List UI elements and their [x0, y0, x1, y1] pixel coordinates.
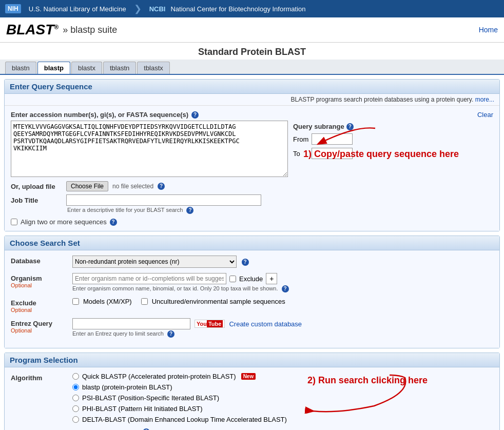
database-content: Non-redundant protein sequences (nr) ? [72, 256, 493, 268]
create-custom-db-link[interactable]: Create custom database [229, 320, 302, 328]
program-section: Program Selection Algorithm Quick BLASTP… [4, 353, 500, 430]
algo-blastp-label: blastp (protein-protein BLAST) [82, 383, 172, 391]
tab-blastx[interactable]: blastx [71, 62, 102, 74]
page-title: Standard Protein BLAST [0, 43, 504, 60]
nih-logo: NIH [5, 4, 21, 13]
algo-delta-blast-radio[interactable] [72, 416, 79, 423]
algorithm-container: Algorithm Quick BLASTP (Accelerated prot… [11, 373, 493, 430]
algorithm-label: Algorithm [11, 373, 72, 382]
align-label: Align two or more sequences [21, 218, 107, 226]
exclude-uncultured-label: Uncultured/environmental sample sequence… [152, 298, 285, 305]
organism-hint-icon[interactable]: ? [282, 285, 289, 292]
exclude-section-label: Exclude Optional [11, 298, 72, 313]
entrez-optional-label: Optional [11, 327, 72, 334]
algo-psi-blast-radio[interactable] [72, 395, 79, 401]
exclude-row: Exclude Optional Models (XM/XP) Uncultur… [11, 298, 493, 313]
search-set-section: Choose Search Set Database Non-redundant… [4, 236, 500, 348]
algorithm-options: Quick BLASTP (Accelerated protein-protei… [72, 373, 287, 430]
align-checkbox[interactable] [11, 219, 17, 225]
exclude-label: Exclude [239, 275, 263, 283]
organism-hint: Enter organism common name, binomial, or… [72, 285, 493, 292]
query-label: Enter accession number(s), gi(s), or FAS… [11, 111, 188, 119]
query-help-icon[interactable]: ? [191, 111, 199, 119]
blastp-info-text: BLASTP programs search protein databases… [291, 96, 474, 103]
algo-blastp-radio[interactable] [72, 384, 79, 390]
algo-phi-blast-label: PHI-BLAST (Pattern Hit Initiated BLAST) [82, 405, 203, 413]
divider-chevron: ❯ [134, 3, 142, 14]
job-title-input[interactable] [66, 194, 261, 206]
choose-file-button[interactable]: Choose File [66, 181, 108, 191]
exclude-content: Models (XM/XP) Uncultured/environmental … [72, 298, 493, 305]
database-row: Database Non-redundant protein sequences… [11, 256, 493, 268]
blast-suite-label: » blastp suite [63, 25, 117, 35]
upload-help-icon[interactable]: ? [158, 183, 165, 190]
algo-psi-blast: PSI-BLAST (Position-Specific Iterated BL… [72, 394, 287, 402]
exclude-plus-button[interactable]: + [266, 273, 277, 284]
search-set-body: Database Non-redundant protein sequences… [5, 250, 499, 348]
algo-delta-blast-label: DELTA-BLAST (Domain Enhanced Lookup Time… [82, 416, 287, 423]
job-title-help-icon[interactable]: ? [186, 207, 193, 214]
algo-psi-blast-label: PSI-BLAST (Position-Specific Iterated BL… [82, 394, 219, 402]
new-badge: New [241, 373, 256, 380]
youtube-you: You [197, 321, 207, 327]
exclude-optional-label: Optional [11, 307, 72, 313]
tabs-bar: blastn blastp blastx tblastn tblastx [0, 60, 504, 75]
run-search-note: 2) Run search clicking here [307, 375, 428, 386]
organism-label: Organism Optional [11, 273, 72, 288]
youtube-badge: YouTube [195, 320, 225, 328]
query-sequence-textarea[interactable]: MTEYKLVVVGAGGVGKSALTIQLIQNHFVDEYDPTIEDSY… [11, 121, 288, 177]
entrez-row: Entrez Query Optional YouTube Create cus… [11, 318, 493, 338]
brand-bar: BLAST® » blastp suite Home [0, 17, 504, 43]
copy-paste-note: 1) Copy/paste query sequence here [303, 149, 459, 159]
search-set-header: Choose Search Set [5, 236, 499, 250]
algo-delta-blast: DELTA-BLAST (Domain Enhanced Lookup Time… [72, 416, 287, 423]
tab-blastn[interactable]: blastn [5, 62, 36, 74]
youtube-tube: Tube [207, 320, 223, 327]
tab-tblastn[interactable]: tblastn [103, 62, 136, 74]
exclude-uncultured-checkbox[interactable] [141, 298, 148, 305]
no-file-text: no file selected [112, 183, 153, 190]
job-title-label: Job Title [11, 197, 62, 204]
program-section-header: Program Selection [5, 353, 499, 367]
entrez-input[interactable] [72, 318, 190, 329]
exclude-models-checkbox[interactable] [72, 298, 79, 305]
algo-quick-blastp-radio[interactable] [72, 373, 79, 380]
organism-row: Organism Optional Exclude + Enter organi… [11, 273, 493, 292]
algo-quick-blastp-label: Quick BLASTP (Accelerated protein-protei… [82, 373, 236, 380]
tab-blastp[interactable]: blastp [37, 62, 70, 74]
entrez-label: Entrez Query Optional [11, 318, 72, 334]
more-link[interactable]: more... [475, 96, 494, 103]
ncbi-full-text: National Center for Biotechnology Inform… [170, 5, 305, 13]
blast-logo: BLAST® [6, 22, 59, 38]
query-section-header: Enter Query Sequence [5, 80, 499, 94]
clear-link[interactable]: Clear [477, 111, 493, 119]
ncbi-label: NCBI [149, 5, 166, 13]
exclude-models-label: Models (XM/XP) [83, 298, 132, 305]
upload-row: Or, upload file Choose File no file sele… [11, 181, 493, 191]
organism-content: Exclude + Enter organism common name, bi… [72, 273, 493, 292]
database-label: Database [11, 256, 72, 265]
entrez-content: YouTube Create custom database Enter an … [72, 318, 493, 338]
algo-phi-blast: PHI-BLAST (Pattern Hit Initiated BLAST) [72, 405, 287, 413]
exclude-checkbox[interactable] [229, 276, 236, 282]
align-help-icon[interactable]: ? [110, 219, 117, 226]
job-title-hint: Enter a descriptive title for your BLAST… [67, 207, 493, 214]
nlm-text: U.S. National Library of Medicine [29, 5, 126, 13]
query-section: Enter Query Sequence BLASTP programs sea… [4, 79, 500, 231]
home-link[interactable]: Home [479, 26, 498, 34]
database-select[interactable]: Non-redundant protein sequences (nr) [72, 256, 237, 268]
entrez-hint: Enter an Entrez query to limit search ? [72, 330, 493, 338]
algo-phi-blast-radio[interactable] [72, 405, 79, 412]
tab-tblastx[interactable]: tblastx [137, 62, 170, 74]
entrez-help-icon[interactable]: ? [167, 330, 175, 338]
query-section-body: Enter accession number(s), gi(s), or FAS… [5, 106, 499, 231]
algo-quick-blastp: Quick BLASTP (Accelerated protein-protei… [72, 373, 287, 380]
top-header: NIH U.S. National Library of Medicine ❯ … [0, 0, 504, 17]
job-title-row: Job Title [11, 194, 493, 206]
upload-label: Or, upload file [11, 183, 62, 190]
query-label-row: Enter accession number(s), gi(s), or FAS… [11, 111, 493, 119]
organism-input[interactable] [72, 273, 226, 284]
database-help-icon[interactable]: ? [242, 259, 249, 266]
organism-optional: Optional [11, 282, 72, 288]
program-section-body: Algorithm Quick BLASTP (Accelerated prot… [5, 367, 499, 430]
